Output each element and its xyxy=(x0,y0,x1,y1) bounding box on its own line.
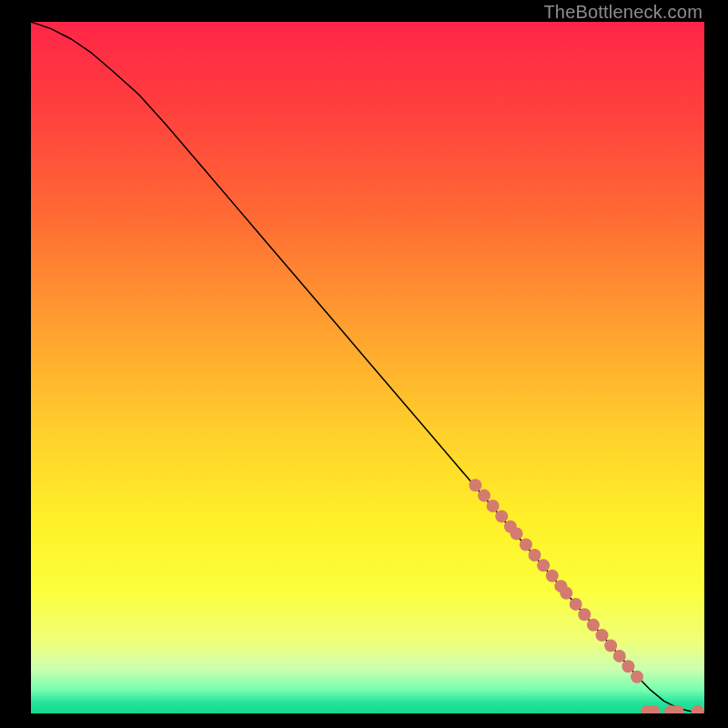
marker-dot xyxy=(578,608,591,621)
marker-dot xyxy=(478,490,490,502)
marker-dot xyxy=(487,500,500,512)
marker-dot xyxy=(546,570,559,582)
marker-dot xyxy=(631,671,643,683)
marker-dot xyxy=(560,587,572,600)
marker-dot xyxy=(622,660,634,672)
marker-dot xyxy=(604,640,617,652)
marker-dot xyxy=(613,650,626,662)
plot-svg xyxy=(31,22,704,713)
marker-dot xyxy=(537,559,550,571)
marker-dot xyxy=(520,539,532,551)
marker-dot xyxy=(511,527,523,540)
marker-dot xyxy=(587,619,600,632)
marker-dot xyxy=(570,598,582,611)
marker-dot xyxy=(529,549,541,561)
gradient-background xyxy=(31,22,704,713)
marker-dot xyxy=(469,479,481,491)
watermark-text: TheBottleneck.com xyxy=(543,2,703,23)
marker-dot xyxy=(596,629,609,642)
marker-dot xyxy=(495,510,508,522)
plot-area xyxy=(31,22,704,713)
chart-frame: TheBottleneck.com xyxy=(0,0,728,728)
